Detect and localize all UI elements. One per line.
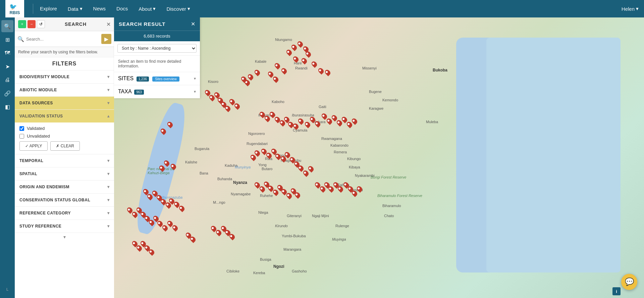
filter-spatial-header[interactable]: SPATIAL ▾ bbox=[15, 167, 114, 180]
filter-conservation: CONSERVATION STATUS GLOBAL ▾ bbox=[15, 194, 114, 207]
search-panel: + − ↺ SEARCH ✕ 🔍 ▶ Refine your search by… bbox=[15, 17, 114, 298]
map-pin[interactable] bbox=[301, 57, 308, 65]
map-label-bana: Bana bbox=[200, 171, 208, 175]
search-close-button[interactable]: ✕ bbox=[106, 21, 111, 28]
map-label-rwandi: Rwandi bbox=[295, 66, 308, 70]
map-label-kereba: Kereba bbox=[253, 271, 265, 275]
filters-scroll: FILTERS BIODIVERSITY MODULE ▾ ABIOTIC MO… bbox=[15, 57, 114, 298]
validation-buttons: ✓ APPLY ✗ CLEAR bbox=[19, 141, 109, 151]
filter-abiotic-header[interactable]: ABIOTIC MODULE ▾ bbox=[15, 84, 114, 96]
location-icon-btn[interactable]: ➤ bbox=[1, 60, 13, 72]
table-icon-btn[interactable]: ⊞ bbox=[1, 34, 13, 46]
map-label-ntega: Ntega bbox=[258, 210, 268, 214]
search-icon: 🔍 bbox=[17, 36, 24, 42]
search-input[interactable] bbox=[26, 37, 101, 42]
chevron-down-icon: ▾ bbox=[194, 89, 196, 94]
chevron-down-icon: ▾ bbox=[636, 6, 639, 12]
filter-datasources: DATA SOURCES ▾ bbox=[15, 97, 114, 110]
chevron-down-icon: ▾ bbox=[187, 6, 190, 12]
map-pin[interactable] bbox=[297, 117, 305, 125]
map-pin[interactable] bbox=[302, 169, 310, 177]
filter-study-reference: STUDY REFERENCE ▾ bbox=[15, 220, 114, 233]
sort-row: Sort by : Name : Ascending bbox=[114, 41, 200, 56]
clear-button[interactable]: ✗ CLEAR bbox=[50, 141, 79, 151]
user-menu[interactable]: Helen ▾ bbox=[622, 6, 639, 12]
filter-conservation-header[interactable]: CONSERVATION STATUS GLOBAL ▾ bbox=[15, 194, 114, 206]
map-pin[interactable] bbox=[317, 67, 325, 75]
validated-row: Validated bbox=[19, 126, 109, 131]
search-go-button[interactable]: ▶ bbox=[101, 34, 111, 44]
sites-overview-badge[interactable]: Sites overview bbox=[152, 77, 179, 82]
add-search-button[interactable]: + bbox=[18, 20, 26, 28]
map-pin[interactable] bbox=[280, 67, 288, 75]
map-label-kirundo: Kirundo bbox=[275, 224, 288, 228]
map-pin[interactable] bbox=[292, 55, 300, 63]
map-label-missenyi: Missenyi bbox=[362, 66, 377, 70]
lake-victoria-ext bbox=[486, 38, 621, 272]
map-label-kemondo: Kemondo bbox=[382, 98, 398, 102]
nav-discover[interactable]: Discover ▾ bbox=[162, 4, 195, 14]
map-pin[interactable] bbox=[311, 60, 318, 68]
map-pin[interactable] bbox=[356, 185, 364, 193]
result-count: 6,683 records bbox=[114, 31, 200, 41]
result-sites-header[interactable]: SITES 1,236 Sites overview ▾ bbox=[114, 72, 200, 85]
map-pin[interactable] bbox=[285, 49, 293, 56]
nav-explore[interactable]: Explore bbox=[35, 4, 62, 14]
nav-news[interactable]: News bbox=[89, 4, 111, 14]
result-taxa-header[interactable]: TAXA 963 ▾ bbox=[114, 85, 200, 98]
apply-button[interactable]: ✓ APPLY bbox=[19, 141, 48, 151]
print-icon-btn[interactable]: 🖨 bbox=[1, 74, 13, 86]
filter-datasources-header[interactable]: DATA SOURCES ▾ bbox=[15, 97, 114, 109]
map-label-kaduha: Kaduha bbox=[225, 163, 237, 167]
result-taxa-label: TAXA 963 bbox=[118, 89, 144, 95]
map-pin[interactable] bbox=[247, 73, 255, 81]
filter-temporal-header[interactable]: TEMPORAL ▾ bbox=[15, 154, 114, 167]
map-pin[interactable] bbox=[254, 69, 261, 77]
map-label-muleba: Muleba bbox=[426, 120, 438, 124]
chevron-down-icon: ▾ bbox=[107, 74, 110, 79]
result-close-button[interactable]: ✕ bbox=[191, 21, 195, 27]
chevron-up-icon: ▴ bbox=[107, 114, 110, 118]
map-pin[interactable] bbox=[274, 62, 281, 70]
map-label-burigi: Burigi Forest Reserve bbox=[371, 175, 406, 179]
filter-biodiversity-header[interactable]: BIODIVERSITY MODULE ▾ bbox=[15, 70, 114, 83]
link-icon-btn[interactable]: 🔗 bbox=[1, 87, 13, 99]
search-icon-btn[interactable]: 🔍 bbox=[1, 20, 13, 32]
map-pin[interactable] bbox=[324, 69, 332, 77]
filter-reference-category-header[interactable]: REFERENCE CATEGORY ▾ bbox=[15, 207, 114, 219]
search-hint: Refine your search by using the filters … bbox=[15, 47, 114, 57]
nav-data[interactable]: Data ▾ bbox=[63, 4, 87, 14]
map-pin[interactable] bbox=[307, 165, 315, 173]
map-label-rugendabari: Rugendabari bbox=[247, 142, 268, 146]
result-title: SEARCH RESULT bbox=[119, 21, 165, 27]
chat-button[interactable]: 💬 bbox=[621, 274, 637, 290]
filter-validation-header[interactable]: VALIDATION STATUS ▴ bbox=[15, 110, 114, 122]
map-label-munyinya: Munyinya bbox=[235, 165, 251, 169]
map-pin[interactable] bbox=[290, 44, 298, 51]
map-pin[interactable] bbox=[297, 40, 304, 48]
nav-divider bbox=[33, 4, 33, 14]
layers-icon-btn[interactable]: ◧ bbox=[1, 101, 13, 113]
info-button[interactable]: i bbox=[612, 287, 621, 295]
unvalidated-row: Unvalidated bbox=[19, 134, 109, 139]
map-pin[interactable] bbox=[272, 76, 280, 83]
remove-search-button[interactable]: − bbox=[28, 20, 36, 28]
sort-select[interactable]: Sort by : Name : Ascending bbox=[117, 44, 197, 53]
sites-count-badge: 1,236 bbox=[137, 77, 149, 82]
filter-study-reference-header[interactable]: STUDY REFERENCE ▾ bbox=[15, 220, 114, 233]
reset-search-button[interactable]: ↺ bbox=[37, 20, 45, 28]
unvalidated-checkbox[interactable] bbox=[19, 134, 24, 139]
filter-origin-header[interactable]: ORIGIN AND ENDEMISM ▾ bbox=[15, 181, 114, 193]
filter-abiotic: ABIOTIC MODULE ▾ bbox=[15, 84, 114, 97]
map-label-muko: M...ngo bbox=[213, 200, 225, 204]
nav-about[interactable]: About ▾ bbox=[134, 4, 160, 14]
chevron-down-icon: ▾ bbox=[107, 171, 110, 176]
validated-checkbox[interactable] bbox=[19, 126, 24, 131]
result-header: SEARCH RESULT ✕ bbox=[114, 17, 200, 31]
map-label-rulenge: Rulenge bbox=[335, 224, 349, 228]
search-header: + − ↺ SEARCH ✕ bbox=[15, 17, 114, 31]
filter-spatial: SPATIAL ▾ bbox=[15, 167, 114, 181]
map-icon-btn[interactable]: 🗺 bbox=[1, 47, 13, 59]
map-pin[interactable] bbox=[304, 121, 312, 129]
nav-docs[interactable]: Docs bbox=[112, 4, 132, 14]
